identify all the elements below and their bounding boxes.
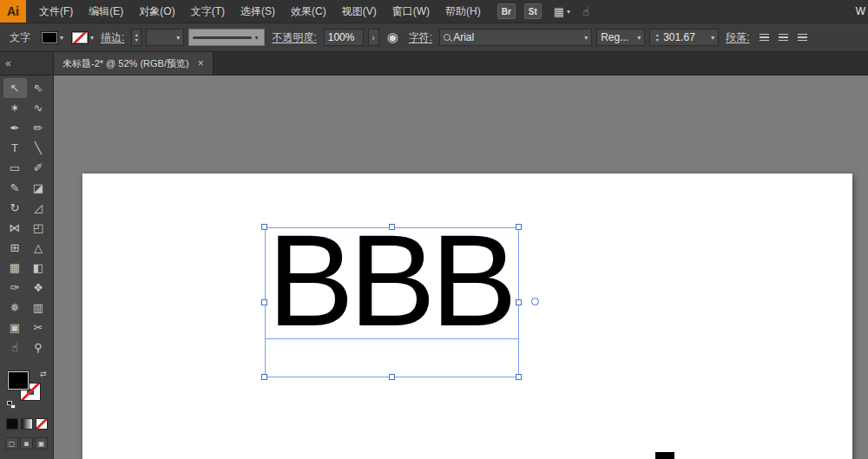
menu-view[interactable]: 视图(V) (334, 0, 385, 23)
chevron-down-icon[interactable]: ▾ (90, 34, 94, 42)
menu-select[interactable]: 选择(S) (233, 0, 283, 23)
direct-selection-tool[interactable]: ⇖ (27, 78, 50, 98)
selection-tool[interactable]: ↖ (3, 78, 27, 98)
text-out-port-handle[interactable] (531, 298, 539, 305)
chevron-down-icon[interactable]: ▾ (60, 34, 63, 42)
rectangle-tool[interactable]: ▭ (3, 158, 27, 178)
selection-handle-middle-right[interactable] (516, 299, 522, 305)
slice-tool[interactable]: ✂ (27, 318, 50, 338)
menu-type[interactable]: 文字(T) (183, 0, 233, 23)
selection-handle-top-center[interactable] (389, 224, 395, 230)
align-left-button[interactable] (757, 30, 772, 45)
selection-handle-bottom-right[interactable] (516, 374, 522, 380)
stroke-panel-link[interactable]: 描边: (101, 30, 124, 45)
curvature-tool[interactable]: ✏ (27, 118, 50, 138)
character-panel-link[interactable]: 字符: (409, 30, 432, 45)
swap-fill-stroke-icon[interactable]: ⇄ (40, 370, 47, 378)
stock-button[interactable]: St (524, 3, 542, 19)
menu-view-label: 视图(V) (342, 5, 377, 17)
paintbrush-tool[interactable]: ✐ (27, 158, 50, 178)
fill-color-swatch[interactable] (41, 31, 58, 44)
spin-down-icon[interactable]: ▾ (654, 37, 661, 43)
draw-normal-button[interactable]: ▢ (5, 437, 18, 449)
fill-color-control[interactable]: ▾ (41, 31, 63, 44)
toolbar-collapse[interactable]: « (0, 52, 54, 75)
free-transform-tool[interactable]: ◰ (27, 218, 50, 238)
font-family-select[interactable]: Arial ▾ (439, 29, 592, 46)
type-tool[interactable]: T (3, 138, 27, 158)
width-profile-select: ▾ (188, 29, 265, 46)
perspective-grid-tool[interactable]: △ (27, 238, 50, 258)
align-right-icon (798, 34, 807, 42)
selection-handle-middle-left[interactable] (261, 299, 267, 305)
hand-tool[interactable]: ☝ (3, 338, 27, 357)
paragraph-panel-link[interactable]: 段落: (726, 30, 749, 45)
align-right-button[interactable] (795, 30, 810, 45)
gradient-mode-button[interactable] (21, 418, 33, 429)
eraser-tool[interactable]: ◪ (27, 178, 50, 198)
font-size-value: 301.67 (663, 31, 708, 43)
workspace-switcher[interactable]: ▦ ▾ (554, 5, 570, 18)
symbol-sprayer-tool[interactable]: ✵ (3, 298, 27, 318)
menu-object[interactable]: 对象(O) (131, 0, 182, 23)
menu-file[interactable]: 文件(F) (31, 0, 81, 23)
magic-wand-tool[interactable]: ✶ (3, 98, 27, 118)
selection-handle-bottom-center[interactable] (389, 374, 395, 380)
search-icon (444, 34, 450, 41)
curvature-tool-icon: ✏ (34, 121, 43, 134)
selection-handle-bottom-left[interactable] (261, 374, 267, 380)
eyedropper-tool[interactable]: ✑ (3, 278, 27, 298)
rotate-tool[interactable]: ↻ (3, 198, 27, 218)
recolor-artwork-icon[interactable]: ◉ (387, 30, 398, 45)
rectangle-tool-icon: ▭ (10, 161, 20, 174)
draw-inside-button[interactable]: ▣ (35, 437, 48, 449)
blend-tool[interactable]: ❖ (27, 278, 50, 298)
document-tab[interactable]: 未标题-2* @ 52% (RGB/预览) × (54, 52, 214, 75)
shaper-tool[interactable]: ✎ (3, 178, 27, 198)
font-size-control[interactable]: ▴ ▾ 301.67 ▾ (649, 29, 719, 46)
color-mode-button[interactable] (6, 418, 18, 429)
artboard-tool[interactable]: ▣ (3, 318, 27, 338)
none-mode-button[interactable] (36, 418, 48, 429)
chevron-down-icon: ▾ (584, 34, 588, 42)
selection-tool-icon: ↖ (10, 82, 20, 95)
selection-handle-top-right[interactable] (516, 224, 522, 230)
menu-file-label: 文件(F) (39, 5, 73, 17)
mesh-tool[interactable]: ▦ (3, 258, 27, 278)
draw-mode-row: ▢ ◙ ▣ (5, 437, 48, 449)
gradient-tool[interactable]: ◧ (27, 258, 50, 278)
menu-window[interactable]: 窗口(W) (385, 0, 437, 23)
opacity-input[interactable]: 100% (324, 29, 364, 46)
stroke-color-swatch[interactable] (71, 31, 89, 44)
stroke-weight-select[interactable]: ▾ (146, 29, 184, 46)
bridge-button[interactable]: Br (497, 3, 516, 19)
line-segment-tool[interactable]: ╲ (27, 138, 50, 158)
selection-handle-top-left[interactable] (261, 224, 267, 230)
stroke-color-control[interactable]: ▾ (71, 31, 94, 44)
draw-behind-button[interactable]: ◙ (20, 437, 33, 449)
canvas[interactable]: BBB (54, 75, 868, 459)
spin-down-icon[interactable]: ▾ (132, 37, 141, 43)
pen-tool[interactable]: ✒ (3, 118, 27, 138)
partial-object[interactable] (655, 452, 674, 459)
close-icon[interactable]: × (198, 57, 204, 69)
menu-effect[interactable]: 效果(C) (283, 0, 334, 23)
stroke-weight-stepper[interactable]: ▴ ▾ (131, 29, 141, 46)
zoom-tool[interactable]: ⚲ (27, 338, 50, 357)
menu-edit[interactable]: 编辑(E) (81, 0, 131, 23)
width-tool[interactable]: ⋈ (3, 218, 27, 238)
font-size-stepper[interactable]: ▴ ▾ (654, 29, 661, 46)
menu-help[interactable]: 帮助(H) (437, 0, 489, 23)
touch-workspace-icon[interactable]: ☝ (582, 5, 589, 18)
shape-builder-tool[interactable]: ⊞ (3, 238, 27, 258)
default-fill-stroke-icon[interactable] (7, 401, 16, 410)
lasso-tool[interactable]: ∿ (27, 98, 50, 118)
font-style-value: Reg... (601, 31, 635, 43)
fill-color-box[interactable] (8, 371, 29, 390)
font-style-select[interactable]: Reg... ▾ (596, 29, 645, 46)
column-graph-tool[interactable]: ▥ (27, 298, 50, 318)
opacity-more-button[interactable]: › (368, 29, 379, 46)
scale-tool[interactable]: ◿ (27, 198, 50, 218)
opacity-panel-link[interactable]: 不透明度: (272, 30, 316, 45)
align-center-button[interactable] (776, 30, 791, 45)
